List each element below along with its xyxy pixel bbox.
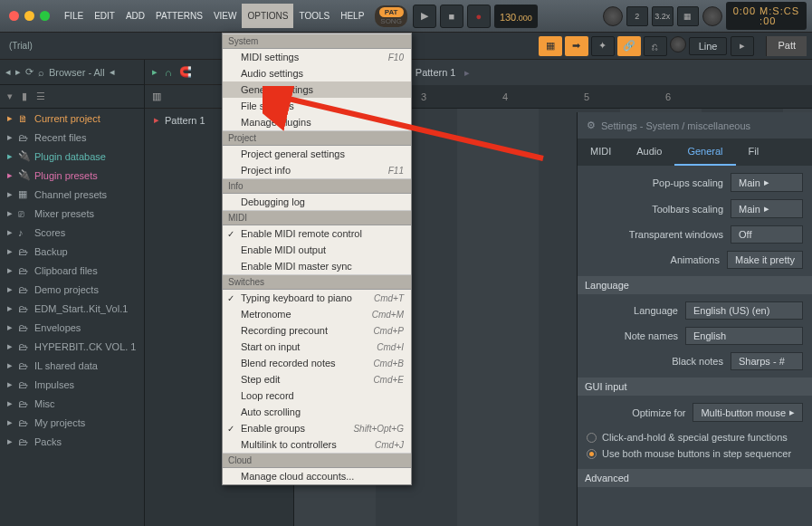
headphones-icon[interactable]: ∩ — [165, 67, 172, 78]
optimize-value[interactable]: Multi-button mouse ▸ — [693, 403, 803, 422]
settings-tab-general[interactable]: General — [674, 139, 735, 166]
browser-item[interactable]: ▸🗁IL shared data — [0, 356, 144, 375]
tempo-display[interactable]: 130.000 — [494, 5, 538, 28]
radio-both-buttons[interactable]: Use both mouse buttons in step sequencer — [587, 445, 803, 462]
folder-icon[interactable]: ▮ — [22, 91, 27, 102]
list-icon[interactable]: ☰ — [36, 91, 45, 102]
menu-item-step-edit[interactable]: Step editCmd+E — [223, 371, 411, 387]
browser-item[interactable]: ▸🗎Current project — [0, 109, 144, 128]
menu-item-file-settings[interactable]: File settings — [223, 98, 411, 114]
menu-item-multilink-to-controllers[interactable]: Multilink to controllersCmd+J — [223, 436, 411, 453]
knob[interactable] — [603, 6, 623, 26]
panel-btn-3[interactable]: ✦ — [591, 36, 615, 56]
browser-item[interactable]: ▸▦Channel presets — [0, 185, 144, 204]
menu-item-general-settings[interactable]: General settings — [223, 81, 411, 98]
browser-item[interactable]: ▸🗁My projects — [0, 413, 144, 432]
browser-item-label: Packs — [34, 436, 62, 447]
menu-item-manage-cloud-accounts-[interactable]: Manage cloud accounts... — [223, 468, 411, 484]
browser-item[interactable]: ▸🗁Misc — [0, 394, 144, 413]
menu-item-enable-groups[interactable]: ✓Enable groupsShift+Opt+G — [223, 420, 411, 436]
toolbars-value[interactable]: Main ▸ — [731, 199, 803, 218]
menu-item-project-info[interactable]: Project infoF11 — [223, 162, 411, 178]
browser-item[interactable]: ▸🗁Envelopes — [0, 318, 144, 337]
blacknotes-value[interactable]: Sharps - # — [731, 352, 803, 370]
notenames-value[interactable]: English — [685, 327, 803, 345]
browser-item[interactable]: ▸🗁HYPERBIT..CK VOL. 1 — [0, 337, 144, 356]
menu-item-typing-keyboard-to-piano[interactable]: ✓Typing keyboard to pianoCmd+T — [223, 290, 411, 306]
panel-btn-2[interactable]: ➡ — [565, 36, 588, 56]
menu-item-start-on-input[interactable]: Start on inputCmd+I — [223, 339, 411, 355]
menu-item-blend-recorded-notes[interactable]: Blend recorded notesCmd+B — [223, 355, 411, 371]
menu-item-label: Step edit — [241, 374, 280, 385]
pattern-pill[interactable]: Patt — [766, 36, 807, 56]
popups-value[interactable]: Main ▸ — [731, 173, 803, 192]
menu-edit[interactable]: EDIT — [89, 4, 120, 28]
play-button[interactable]: ▶ — [413, 5, 436, 28]
panel-btn-1[interactable]: ▦ — [539, 36, 562, 56]
refresh-icon[interactable]: ⟳ — [25, 66, 33, 78]
panel-btn-4[interactable]: 🔗 — [617, 36, 641, 56]
browser-item[interactable]: ▸⎚Mixer presets — [0, 204, 144, 223]
settings-tab-audio[interactable]: Audio — [624, 139, 674, 166]
snap-selector[interactable]: Line — [689, 37, 728, 55]
close-window[interactable] — [9, 11, 19, 21]
radio-click-hold[interactable]: Click-and-hold & special gesture functio… — [587, 429, 803, 445]
settings-tab-midi[interactable]: MIDI — [578, 139, 624, 166]
browser-item[interactable]: ▸🗁Recent files — [0, 128, 144, 147]
panel-btn-5[interactable]: ⎌ — [644, 36, 667, 56]
breadcrumb-b[interactable]: Pattern 1 — [416, 67, 456, 78]
pat-song-toggle[interactable]: PAT SONG — [375, 5, 407, 27]
stop-button[interactable]: ■ — [440, 5, 463, 28]
browser-item[interactable]: ▸🗁EDM_Start..Kit_Vol.1 — [0, 299, 144, 318]
browser-item[interactable]: ▸🗁Backup — [0, 242, 144, 261]
menu-item-midi-settings[interactable]: MIDI settingsF10 — [223, 49, 411, 65]
search-icon[interactable]: ⌕ — [38, 67, 44, 78]
browser-item[interactable]: ▸🗁Packs — [0, 432, 144, 451]
menu-help[interactable]: HELP — [335, 4, 369, 28]
nav-back-icon[interactable]: ◂ — [5, 66, 11, 78]
menu-patterns[interactable]: PATTERNS — [150, 4, 208, 28]
anim-value[interactable]: Make it pretty — [727, 251, 803, 269]
browser-item[interactable]: ▸🗁Impulses — [0, 375, 144, 394]
menu-file[interactable]: FILE — [59, 4, 89, 28]
menu-item-debugging-log[interactable]: Debugging log — [223, 194, 411, 210]
minimize-window[interactable] — [24, 11, 34, 21]
menu-options[interactable]: OPTIONS — [242, 4, 293, 28]
zoom-window[interactable] — [40, 11, 50, 21]
record-button[interactable]: ● — [467, 5, 491, 28]
menu-item-metronome[interactable]: MetronomeCmd+M — [223, 306, 411, 322]
arrow-icon[interactable]: ▸ — [152, 66, 158, 78]
snap-next[interactable]: ▸ — [731, 36, 754, 56]
settings-tab-fil[interactable]: Fil — [736, 139, 772, 166]
collapse-icon[interactable]: ▾ — [7, 91, 13, 102]
menu-item-audio-settings[interactable]: Audio settings — [223, 65, 411, 81]
grid-btn[interactable]: ▦ — [677, 6, 699, 26]
browser-item[interactable]: ▸♪Scores — [0, 223, 144, 242]
menu-item-recording-precount[interactable]: Recording precountCmd+P — [223, 322, 411, 339]
browser-item[interactable]: ▸🗁Demo projects — [0, 280, 144, 299]
menu-view[interactable]: VIEW — [208, 4, 243, 28]
menu-add[interactable]: ADD — [120, 4, 150, 28]
chevron-down-icon[interactable]: ◂ — [110, 66, 115, 78]
browser-item[interactable]: ▸🔌Plugin database — [0, 147, 144, 166]
menu-item-enable-midi-output[interactable]: Enable MIDI output — [223, 242, 411, 258]
magnet-icon[interactable]: 🧲 — [179, 66, 192, 78]
menu-item-loop-record[interactable]: Loop record — [223, 387, 411, 404]
small-knob[interactable] — [670, 36, 686, 53]
nav-fwd-icon[interactable]: ▸ — [15, 66, 21, 78]
time-counter[interactable]: 0:00 M:S:CS:00 — [726, 2, 807, 30]
knob2[interactable] — [702, 6, 722, 26]
browser-item[interactable]: ▸🗁Clipboard files — [0, 261, 144, 280]
menu-item-enable-midi-master-sync[interactable]: Enable MIDI master sync — [223, 258, 411, 274]
menu-item-project-general-settings[interactable]: Project general settings — [223, 146, 411, 162]
piano-icon[interactable]: ▥ — [152, 91, 161, 102]
menu-item-manage-plugins[interactable]: Manage plugins — [223, 114, 411, 130]
transparent-value[interactable]: Off — [731, 225, 803, 244]
language-value[interactable]: English (US) (en) — [685, 301, 803, 320]
menu-item-auto-scrolling[interactable]: Auto scrolling — [223, 404, 411, 420]
menu-item-enable-midi-remote-control[interactable]: ✓Enable MIDI remote control — [223, 225, 411, 242]
zoom-btn[interactable]: 3.2x — [652, 6, 673, 26]
menu-tools[interactable]: TOOLS — [293, 4, 335, 28]
snap-btn[interactable]: 2 — [626, 6, 648, 26]
browser-item[interactable]: ▸🔌Plugin presets — [0, 166, 144, 185]
